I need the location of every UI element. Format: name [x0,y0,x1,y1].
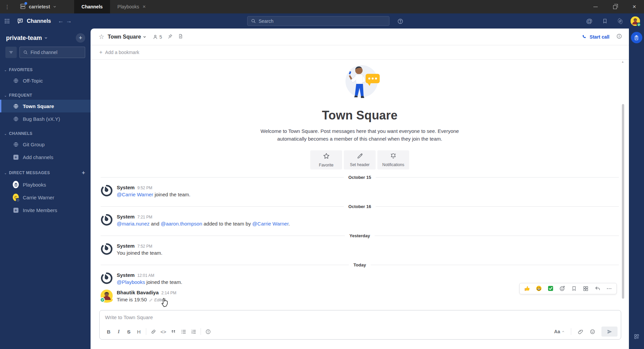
message-post[interactable]: System7:52 PMYou joined the team. [101,240,619,257]
channel-menu[interactable]: Town Square [108,34,147,40]
pinned-posts-icon[interactable] [167,34,173,40]
mention-link[interactable]: @Carrie Warner [252,221,288,227]
search-input[interactable]: Search [247,16,389,26]
close-tab-icon[interactable]: ✕ [143,4,146,9]
team-menu[interactable]: private-team [6,35,48,42]
date-divider-label: October 15 [344,175,376,180]
add-bookmark-button[interactable]: + Add a bookmark [91,45,629,60]
divider-line [371,265,619,265]
section-header[interactable]: ⌄FAVORITES [0,66,91,74]
start-call-button[interactable]: Start call [582,34,609,40]
members-icon [153,34,158,40]
message-body: System12:01 AM@Playbooks joined the team… [117,272,182,285]
open-apps-icon[interactable] [634,334,640,341]
numbered-list-icon[interactable] [189,327,199,336]
message-post[interactable]: System7:21 PM@maria.nunez and @aaron.tho… [101,210,619,228]
mentions-icon[interactable]: @ [584,16,594,26]
saved-messages-icon[interactable] [600,16,610,26]
emoji-picker-icon[interactable] [587,327,597,336]
close-button[interactable]: ✕ [625,0,644,13]
find-channel-input[interactable]: Find channel [19,47,85,58]
channel-filter-icon[interactable] [5,47,17,58]
save-message-icon[interactable] [571,285,577,292]
help-icon[interactable] [395,16,405,26]
set-header-button[interactable]: Set header [344,150,376,169]
quote-icon[interactable] [168,327,178,336]
bulleted-list-icon[interactable] [178,327,189,336]
sidebar-item-off-topic[interactable]: Off-Topic [0,74,91,87]
sidebar-item-town-square[interactable]: Town Square [0,100,91,112]
mention-link[interactable]: @Carrie Warner [117,192,153,197]
mention-link[interactable]: @aaron.thompson [161,221,202,227]
sidebar-item-playbooks[interactable]: Playbooks [0,178,91,191]
user-avatar[interactable] [631,16,640,26]
history-back-icon[interactable]: ← [58,17,64,24]
mention-link[interactable]: @Playbooks [117,279,145,285]
code-icon[interactable]: <> [158,327,168,336]
scroll-up-caret[interactable]: ▲ [621,60,624,63]
italic-icon[interactable]: I [114,327,124,336]
add-reaction-icon[interactable] [559,285,566,292]
message-input[interactable]: Write to Town Square [100,310,621,325]
product-switcher-icon[interactable] [2,16,12,26]
message-text-segment: and [150,221,161,227]
scrollbar[interactable] [622,104,624,299]
message-post[interactable]: Bhautik Bavadiya2:14 PMTime is 19:50 Edi… [101,286,619,304]
mention-link[interactable]: @maria.nunez [117,221,150,227]
message-author[interactable]: System [117,243,135,249]
favorite-button[interactable]: Favorite [310,150,342,169]
add-direct-message-icon[interactable]: + [82,169,85,176]
app-menu-icon[interactable]: ⋮ [0,0,15,13]
sidebar-item-bug-bash-vx-y-[interactable]: Bug Bash (vX.Y) [0,112,91,125]
grinning-emoji[interactable] [535,285,542,292]
bold-icon[interactable]: B [104,327,114,336]
sidebar-item-git-group[interactable]: Git Group [0,138,91,151]
formatting-toggle-button[interactable]: Aa [552,329,567,334]
history-forward-icon[interactable]: → [66,17,72,24]
server-switcher[interactable]: carrietest [15,0,64,13]
settings-gear-icon[interactable] [615,16,625,26]
message-timestamp[interactable]: 2:14 PM [161,291,176,295]
add-channel-button[interactable]: + [76,33,85,43]
sidebar-item-invite-members[interactable]: +Invite Members [0,204,91,216]
message-author[interactable]: Bhautik Bavadiya [117,290,159,295]
notifications-button[interactable]: Notifications [377,150,409,169]
message-author[interactable]: System [117,272,135,278]
playbooks-rail-icon[interactable] [631,32,642,43]
minimize-button[interactable] [586,0,605,13]
strikethrough-icon[interactable]: S [124,327,134,336]
section-header[interactable]: ⌄FREQUENT [0,92,91,100]
restore-button[interactable] [605,0,625,13]
section-header[interactable]: ⌄CHANNELS [0,130,91,138]
section-label: FAVORITES [9,67,33,72]
message-post[interactable]: System9:52 PM@Carrie Warner joined the t… [101,181,619,199]
priority-icon[interactable] [203,327,213,336]
tab-channels[interactable]: Channels [74,0,110,13]
message-author[interactable]: System [117,214,135,219]
chevron-down-icon: ⌄ [4,68,7,72]
more-actions-icon[interactable] [606,285,612,292]
thumbs-up-emoji[interactable] [524,285,530,292]
sidebar-item-carrie-warner[interactable]: CCarrie Warner [0,191,91,204]
send-message-button[interactable] [601,327,618,337]
channel-header: ☆ Town Square 5 [91,29,629,45]
members-button[interactable]: 5 [153,34,162,40]
tab-playbooks[interactable]: Playbooks✕ [110,0,153,13]
channel-info-icon[interactable] [616,33,622,41]
channel-files-icon[interactable] [178,34,183,40]
message-timestamp[interactable]: 9:52 PM [137,186,152,190]
check-mark-emoji[interactable] [547,285,554,292]
link-icon[interactable] [148,327,158,336]
heading-icon[interactable]: H [134,327,144,336]
message-timestamp[interactable]: 7:21 PM [137,215,152,219]
message-author[interactable]: System [117,185,135,190]
section-header[interactable]: ⌄DIRECT MESSAGES+ [0,168,91,178]
favorite-star-icon[interactable]: ☆ [99,33,104,41]
sidebar-item-add-channels[interactable]: +Add channels [0,151,91,163]
intro-button-label: Set header [350,162,370,167]
reply-icon[interactable] [594,285,601,292]
message-timestamp[interactable]: 7:52 PM [137,244,152,249]
message-timestamp[interactable]: 12:01 AM [137,273,154,278]
message-apps-icon[interactable] [582,285,589,292]
attach-file-icon[interactable] [575,327,585,336]
